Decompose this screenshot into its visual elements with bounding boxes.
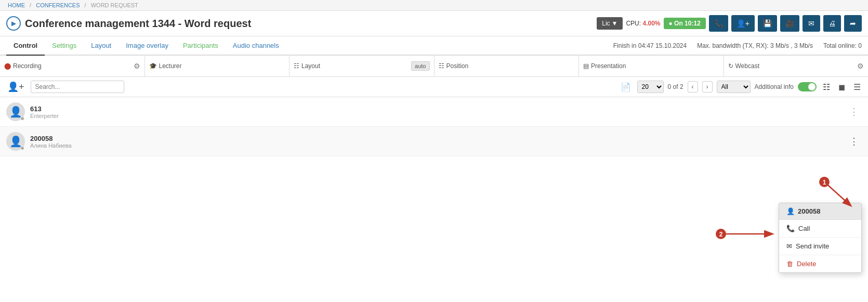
- participant-role: Алина Набиева: [30, 142, 846, 149]
- tab-image-overlay[interactable]: Image overlay: [119, 36, 176, 56]
- tabs: Control Settings Layout Image overlay Pa…: [0, 36, 868, 56]
- participant-id: 613: [30, 105, 846, 113]
- presentation-label: ▤ Presentation: [583, 62, 626, 70]
- prev-page-btn[interactable]: ‹: [688, 81, 698, 93]
- item-menu-btn[interactable]: ⋮: [846, 105, 862, 119]
- tab-info: Finish in 04:47 15.10.2024 Max. bandwidt…: [613, 38, 862, 54]
- recording-label: ⬤ Recording: [4, 62, 42, 70]
- webcast-icon: ↻: [728, 62, 733, 70]
- participant-info: 200058 Алина Набиева: [30, 135, 846, 149]
- additional-info-toggle[interactable]: [798, 82, 817, 91]
- bandwidth-info: Max. bandwidth (TX, RX): 3 Mb/s , 3 Mb/s: [697, 42, 813, 49]
- participant-info: 613 Enterperter: [30, 105, 846, 119]
- grid-icon: ☷: [294, 62, 299, 70]
- status-dot: [20, 116, 24, 121]
- table-row: 👤 200058 Алина Набиева ⋮: [0, 127, 868, 156]
- tab-settings[interactable]: Settings: [45, 36, 84, 56]
- toolbar-layout[interactable]: ☷ Layout auto: [290, 56, 435, 76]
- participant-role: Enterperter: [30, 113, 846, 119]
- toolbar-webcast[interactable]: ↻ Webcast ⚙: [724, 56, 869, 76]
- participant-list: 👤 613 Enterperter ⋮ 👤 200058 Алина Набие…: [0, 97, 868, 156]
- add-participant-btn[interactable]: 👤+: [5, 80, 27, 94]
- webcast-label: ↻ Webcast: [728, 62, 759, 70]
- share-button[interactable]: ➦: [844, 15, 862, 32]
- page-size-select[interactable]: 20 50 100: [637, 81, 664, 93]
- breadcrumb: HOME / CONFERENCES / WORD REQUEST: [0, 0, 868, 11]
- layout-auto-badge: auto: [411, 61, 429, 71]
- status-dot: [20, 146, 24, 150]
- play-icon: ▶: [6, 16, 21, 31]
- on-badge: ● On 10:12: [664, 18, 706, 29]
- toolbar-row: ⬤ Recording ⚙ 🎓 Lecturer ☷ Layout auto ☷…: [0, 56, 868, 77]
- breadcrumb-wordrequest: WORD REQUEST: [91, 2, 138, 8]
- avatar: 👤: [6, 102, 25, 121]
- position-label: ☷ Position: [439, 62, 469, 70]
- header-controls: Lic ▼ CPU: 4.00% ● On 10:12 📞 👤+ 💾 🎥 ✉ 🖨…: [597, 15, 862, 32]
- toolbar-recording[interactable]: ⬤ Recording ⚙: [0, 56, 145, 76]
- position-icon: ☷: [439, 62, 444, 70]
- lecturer-label: 🎓 Lecturer: [149, 62, 182, 70]
- breadcrumb-sep2: /: [85, 2, 86, 8]
- recording-gear-icon[interactable]: ⚙: [134, 62, 140, 70]
- participant-id: 200058: [30, 135, 846, 142]
- header: ▶ Conference management 1344 - Word requ…: [0, 11, 868, 36]
- participants-toolbar: 👤+ 📄 20 50 100 0 of 2 ‹ › All Online Off…: [0, 77, 868, 97]
- avatar: 👤: [6, 132, 25, 151]
- page-info: 0 of 2: [668, 83, 683, 90]
- lic-button[interactable]: Lic ▼: [597, 17, 623, 30]
- tab-control[interactable]: Control: [6, 36, 45, 56]
- page-title: Conference management 1344 - Word reques…: [25, 17, 251, 30]
- phone-button[interactable]: 📞: [709, 15, 728, 32]
- breadcrumb-home[interactable]: HOME: [8, 2, 25, 8]
- breadcrumb-conferences[interactable]: CONFERENCES: [36, 2, 80, 8]
- add-participant-button[interactable]: 👤+: [731, 15, 755, 32]
- cpu-value: 4.00%: [642, 20, 660, 27]
- total-online-info: Total online: 0: [823, 42, 862, 49]
- tab-audio-channels[interactable]: Audio channels: [226, 36, 286, 56]
- toolbar-presentation[interactable]: ▤ Presentation: [579, 56, 724, 76]
- webcast-gear-icon[interactable]: ⚙: [857, 62, 864, 70]
- table-row: 👤 613 Enterperter ⋮: [0, 97, 868, 127]
- header-title-group: ▶ Conference management 1344 - Word requ…: [6, 16, 251, 31]
- table-view-icon[interactable]: 📄: [619, 81, 633, 93]
- additional-info-label: Additional info: [755, 83, 794, 90]
- grid-view-btn[interactable]: ◼: [836, 81, 847, 93]
- cpu-indicator: CPU: 4.00%: [626, 20, 660, 27]
- finish-info: Finish in 04:47 15.10.2024: [613, 42, 687, 49]
- user-icon: 👤: [9, 135, 22, 148]
- print-button[interactable]: 🖨: [823, 15, 841, 32]
- user-icon: 👤: [9, 106, 22, 118]
- video-button[interactable]: 🎥: [780, 15, 799, 32]
- tab-layout[interactable]: Layout: [84, 36, 119, 56]
- circle-icon: ⬤: [4, 62, 11, 70]
- menu-view-btn[interactable]: ☰: [851, 81, 863, 93]
- save-button[interactable]: 💾: [758, 15, 777, 32]
- mail-button[interactable]: ✉: [803, 15, 820, 32]
- toolbar-position[interactable]: ☷ Position: [435, 56, 580, 76]
- next-page-btn[interactable]: ›: [702, 81, 713, 93]
- tab-participants[interactable]: Participants: [176, 36, 226, 56]
- item-menu-btn-active[interactable]: ⋮: [846, 135, 862, 148]
- search-input[interactable]: [31, 81, 124, 93]
- filter-select[interactable]: All Online Offline: [717, 81, 751, 93]
- breadcrumb-sep1: /: [30, 2, 31, 8]
- lecturer-icon: 🎓: [149, 62, 157, 70]
- toolbar-lecturer[interactable]: 🎓 Lecturer: [145, 56, 290, 76]
- layout-label: ☷ Layout: [294, 62, 320, 70]
- presentation-icon: ▤: [583, 62, 589, 70]
- list-view-btn[interactable]: ☷: [821, 81, 832, 93]
